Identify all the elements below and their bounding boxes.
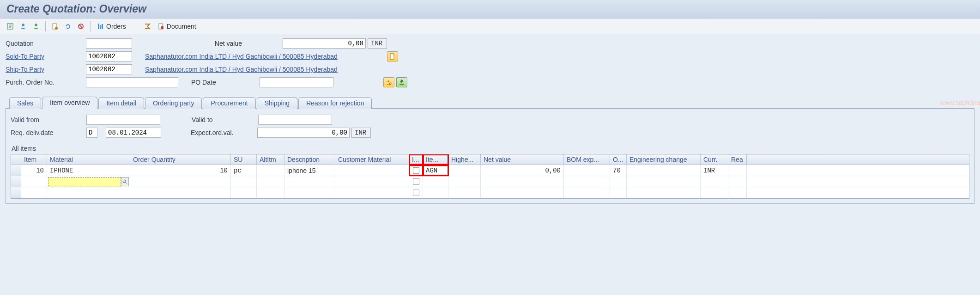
col-i[interactable]: I... xyxy=(409,154,423,165)
tab-procurement[interactable]: Procurement xyxy=(203,97,255,109)
cell-rea[interactable] xyxy=(728,187,747,198)
cell-bom[interactable] xyxy=(564,165,610,176)
cell-qty[interactable] xyxy=(130,176,231,187)
col-altitm[interactable]: AltItm xyxy=(257,154,284,165)
col-item[interactable]: Item xyxy=(21,154,47,165)
cell-item[interactable] xyxy=(21,187,47,198)
cell-cust[interactable] xyxy=(335,187,409,198)
shipto-input[interactable] xyxy=(86,64,132,74)
cell-cust[interactable] xyxy=(335,176,409,187)
cell-material[interactable] xyxy=(47,187,130,198)
podate-input[interactable] xyxy=(260,77,333,87)
cell-bom[interactable] xyxy=(564,187,610,198)
f4-help-icon[interactable] xyxy=(121,177,129,186)
cell-o[interactable] xyxy=(610,187,627,198)
po-input[interactable] xyxy=(86,77,178,87)
cell-i[interactable] xyxy=(409,176,423,187)
cell-o[interactable] xyxy=(610,176,627,187)
col-ite[interactable]: Ite... xyxy=(423,154,448,165)
export-icon[interactable] xyxy=(396,77,407,87)
doc-icon[interactable] xyxy=(49,21,60,32)
cell-i[interactable] xyxy=(409,165,423,176)
row-select[interactable] xyxy=(11,165,21,176)
user-green-icon[interactable] xyxy=(30,21,42,32)
col-material[interactable]: Material xyxy=(47,154,130,165)
row-select[interactable] xyxy=(11,176,21,187)
col-su[interactable]: SU xyxy=(231,154,257,165)
cell-desc[interactable]: iphone 15 xyxy=(284,165,335,176)
cell-ite[interactable]: AGN xyxy=(423,165,448,176)
cell-high[interactable] xyxy=(448,165,481,176)
cell-eng[interactable] xyxy=(627,187,701,198)
col-o[interactable]: O... xyxy=(610,154,627,165)
cell-material[interactable]: IPHONE xyxy=(47,165,130,176)
col-bom[interactable]: BOM exp... xyxy=(564,154,610,165)
document-button[interactable]: Document xyxy=(155,21,199,32)
soldto-label[interactable]: Sold-To Party xyxy=(6,53,84,60)
validto-input[interactable] xyxy=(258,115,332,125)
cell-eng[interactable] xyxy=(627,165,701,176)
cell-alt[interactable] xyxy=(257,187,284,198)
select-all-handle[interactable] xyxy=(11,154,21,165)
checkbox[interactable] xyxy=(413,167,419,174)
tab-reason-rejection[interactable]: Reason for rejection xyxy=(298,97,372,109)
cell-material[interactable] xyxy=(47,176,130,187)
cell-ite[interactable] xyxy=(423,176,448,187)
cell-curr[interactable] xyxy=(701,187,728,198)
orders-button[interactable]: Orders xyxy=(94,21,129,32)
cell-item[interactable] xyxy=(21,176,47,187)
refresh-icon[interactable] xyxy=(62,21,73,32)
cell-cust[interactable] xyxy=(335,165,409,176)
cell-bom[interactable] xyxy=(564,176,610,187)
tab-item-detail[interactable]: Item detail xyxy=(98,97,144,109)
cancel-icon[interactable] xyxy=(75,21,86,32)
col-eng-change[interactable]: Engineering change xyxy=(627,154,701,165)
quotation-input[interactable] xyxy=(86,38,132,49)
col-customer-material[interactable]: Customer Material xyxy=(335,154,409,165)
material-input-active[interactable] xyxy=(48,177,121,186)
cell-curr[interactable]: INR xyxy=(701,165,728,176)
cell-qty[interactable] xyxy=(130,187,231,198)
reqdate-type[interactable] xyxy=(86,128,97,138)
soldto-input[interactable] xyxy=(86,51,132,61)
checkbox[interactable] xyxy=(413,178,419,185)
cell-o[interactable]: 70 xyxy=(610,165,627,176)
col-reason[interactable]: Rea xyxy=(728,154,747,165)
cell-high[interactable] xyxy=(448,187,481,198)
cell-net[interactable] xyxy=(481,187,564,198)
shipto-desc[interactable]: Saphanatutor.com India LTD / Hyd Gachibo… xyxy=(145,66,385,73)
tab-ordering-party[interactable]: Ordering party xyxy=(145,97,202,109)
col-netvalue[interactable]: Net value xyxy=(481,154,564,165)
search-user-icon[interactable] xyxy=(383,77,394,87)
cell-net[interactable]: 0,00 xyxy=(481,165,564,176)
create-doc-icon[interactable] xyxy=(387,51,398,61)
tab-shipping[interactable]: Shipping xyxy=(257,97,298,109)
tab-sales[interactable]: Sales xyxy=(9,97,41,109)
col-description[interactable]: Description xyxy=(284,154,335,165)
cell-alt[interactable] xyxy=(257,176,284,187)
cell-eng[interactable] xyxy=(627,176,701,187)
cell-curr[interactable] xyxy=(701,176,728,187)
shipto-label[interactable]: Ship-To Party xyxy=(6,66,84,73)
sum-icon[interactable] xyxy=(142,21,153,32)
cell-net[interactable] xyxy=(481,176,564,187)
col-higher[interactable]: Highe... xyxy=(448,154,481,165)
cell-ite[interactable] xyxy=(423,187,448,198)
row-select[interactable] xyxy=(11,187,21,198)
validfrom-input[interactable] xyxy=(86,115,160,125)
soldto-desc[interactable]: Saphanatutor.com India LTD / Hyd Gachibo… xyxy=(145,53,385,60)
cell-high[interactable] xyxy=(448,176,481,187)
cell-su[interactable] xyxy=(231,176,257,187)
cell-i[interactable] xyxy=(409,187,423,198)
cell-qty[interactable]: 10 xyxy=(130,165,231,176)
user-icon[interactable] xyxy=(18,21,29,32)
cell-rea[interactable] xyxy=(728,176,747,187)
col-curr[interactable]: Curr. xyxy=(701,154,728,165)
col-order-qty[interactable]: Order Quantity xyxy=(130,154,231,165)
cell-item[interactable]: 10 xyxy=(21,165,47,176)
cell-desc[interactable] xyxy=(284,176,335,187)
cell-rea[interactable] xyxy=(728,165,747,176)
tab-item-overview[interactable]: Item overview xyxy=(42,97,97,109)
display-header-icon[interactable] xyxy=(5,21,16,32)
cell-su[interactable] xyxy=(231,187,257,198)
